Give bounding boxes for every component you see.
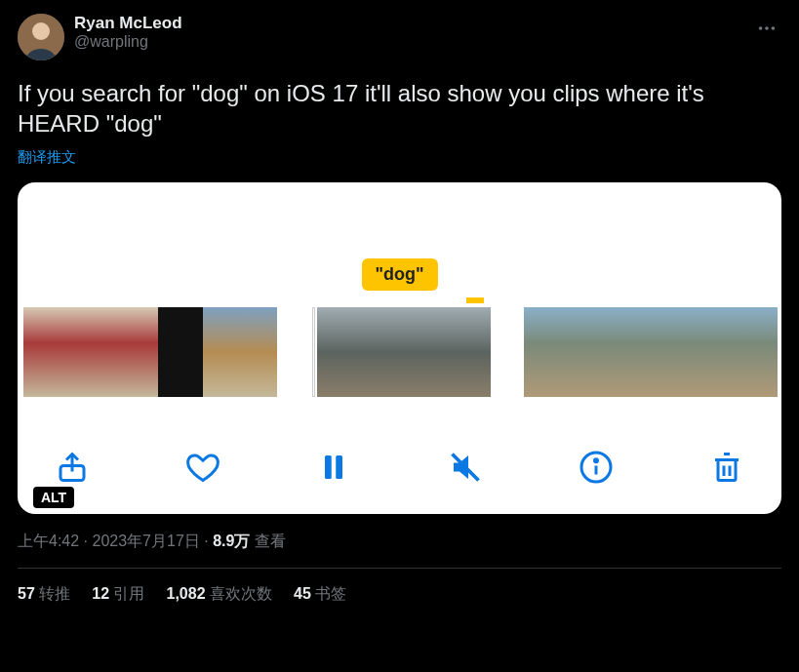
more-button[interactable]: [752, 14, 781, 47]
alt-badge[interactable]: ALT: [33, 487, 74, 508]
svg-point-4: [772, 26, 776, 30]
thumbnail[interactable]: [703, 307, 748, 397]
thumbnail[interactable]: [659, 307, 703, 397]
stat-retweets[interactable]: 57 转推: [18, 584, 70, 605]
tweet-container: Ryan McLeod @warpling If you search for …: [0, 0, 799, 616]
clip-group[interactable]: [310, 307, 491, 397]
caption-marker: [466, 297, 484, 303]
author-block: Ryan McLeod @warpling: [74, 14, 752, 51]
views-count[interactable]: 8.9万: [213, 533, 250, 549]
thumbnail[interactable]: [614, 307, 659, 397]
user-handle[interactable]: @warpling: [74, 33, 752, 51]
svg-point-3: [765, 26, 769, 30]
pause-icon[interactable]: [316, 450, 351, 485]
svg-point-1: [32, 22, 50, 40]
avatar[interactable]: [18, 14, 64, 60]
translate-link[interactable]: 翻译推文: [18, 148, 781, 167]
thumbnail[interactable]: [317, 307, 362, 397]
thumbnail[interactable]: [452, 307, 491, 397]
media-toolbar: [18, 450, 781, 485]
thumbnail[interactable]: [113, 307, 158, 397]
trash-icon[interactable]: [709, 450, 744, 485]
thumbnail[interactable]: [362, 307, 407, 397]
tweet-meta: 上午4:42 · 2023年7月17日 · 8.9万 查看: [18, 532, 781, 552]
stat-quotes[interactable]: 12 引用: [92, 584, 144, 605]
tweet-stats: 57 转推 12 引用 1,082 喜欢次数 45 书签: [18, 569, 781, 605]
caption-bubble: "dog": [361, 258, 437, 291]
stat-likes[interactable]: 1,082 喜欢次数: [167, 584, 273, 605]
stat-bookmarks[interactable]: 45 书签: [294, 584, 346, 605]
svg-point-2: [759, 26, 763, 30]
thumbnail[interactable]: [68, 307, 113, 397]
info-icon[interactable]: [579, 450, 614, 485]
video-timeline[interactable]: [18, 307, 781, 397]
svg-rect-7: [337, 455, 343, 479]
thumbnail[interactable]: [23, 307, 68, 397]
clip-group[interactable]: [524, 307, 778, 397]
svg-point-11: [594, 459, 597, 462]
views-label: 查看: [250, 533, 285, 549]
mute-icon[interactable]: [448, 450, 483, 485]
thumbnail[interactable]: [248, 307, 277, 397]
tweet-time[interactable]: 上午4:42: [18, 533, 79, 549]
svg-rect-6: [325, 455, 332, 479]
thumbnail[interactable]: [158, 307, 203, 397]
tweet-text: If you search for "dog" on iOS 17 it'll …: [18, 78, 781, 138]
tweet-header: Ryan McLeod @warpling: [18, 14, 781, 60]
share-icon[interactable]: [55, 450, 90, 485]
clip-group[interactable]: [23, 307, 277, 397]
playhead[interactable]: [312, 307, 315, 397]
tweet-date[interactable]: 2023年7月17日: [92, 533, 199, 549]
media-attachment[interactable]: "dog": [18, 182, 781, 514]
thumbnail[interactable]: [407, 307, 452, 397]
thumbnail[interactable]: [524, 307, 569, 397]
thumbnail[interactable]: [748, 307, 778, 397]
heart-icon[interactable]: [185, 450, 220, 485]
display-name[interactable]: Ryan McLeod: [74, 14, 752, 33]
thumbnail[interactable]: [569, 307, 614, 397]
thumbnail[interactable]: [203, 307, 248, 397]
